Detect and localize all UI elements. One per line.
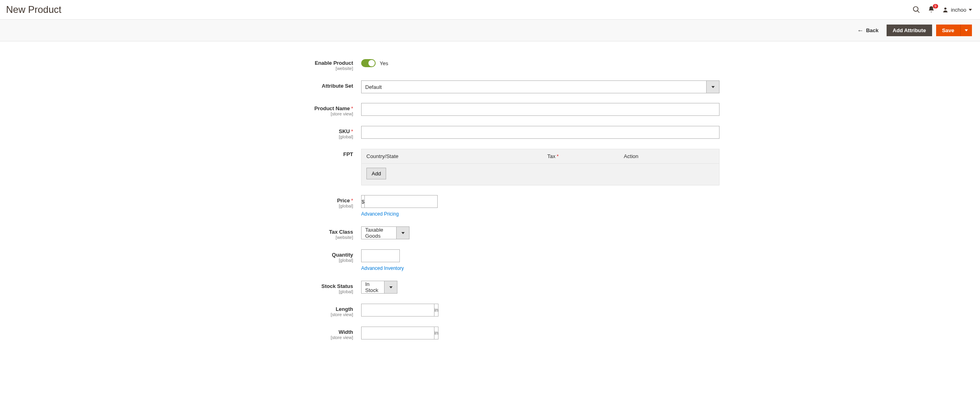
product-name-scope: [store view] [261,111,353,116]
enable-product-label: Enable Product [315,60,353,66]
tax-class-scope: [website] [261,235,353,240]
stock-status-scope: [global] [261,289,353,294]
width-input[interactable] [361,327,434,339]
notifications-count: 9 [933,4,938,8]
user-menu[interactable]: inchoo [942,6,972,13]
required-mark: * [351,197,353,204]
chevron-down-icon [969,9,972,11]
width-scope: [store view] [261,335,353,340]
svg-point-2 [944,8,946,10]
length-scope: [store view] [261,312,353,317]
save-button-group: Save [936,25,972,36]
attribute-set-value: Default [361,80,707,93]
quantity-input[interactable] [361,249,400,262]
toggle-knob [368,60,375,66]
page-title: New Product [6,4,912,15]
save-dropdown-toggle[interactable] [960,25,972,36]
tax-class-value: Taxable Goods [361,226,397,239]
sku-input[interactable] [361,126,719,139]
attribute-set-toggle[interactable] [707,80,719,93]
required-mark: * [351,128,353,134]
fpt-table: Country/State Tax* Action Add [361,149,719,185]
stock-status-select[interactable]: In Stock [361,281,397,294]
chevron-down-icon [711,86,715,88]
add-attribute-button[interactable]: Add Attribute [887,25,932,36]
fpt-label: FPT [343,151,353,157]
tax-class-label: Tax Class [329,229,353,235]
length-unit: in [434,304,438,317]
arrow-left-icon: ← [857,27,864,34]
attribute-set-select[interactable]: Default [361,80,719,93]
search-icon[interactable] [912,6,920,14]
price-scope: [global] [261,204,353,208]
quantity-scope: [global] [261,258,353,263]
fpt-col-action: Action [624,153,714,159]
notifications-button[interactable]: 9 [928,6,935,14]
user-icon [942,6,949,13]
chevron-down-icon [389,286,393,288]
advanced-inventory-link[interactable]: Advanced Inventory [361,265,404,271]
svg-line-1 [917,11,919,13]
svg-point-0 [913,7,918,12]
price-currency: $ [361,195,364,208]
width-unit: in [434,327,438,339]
product-name-input[interactable] [361,103,719,116]
chevron-down-icon [401,232,405,234]
stock-status-label: Stock Status [321,283,353,289]
fpt-add-button[interactable]: Add [366,168,386,179]
advanced-pricing-link[interactable]: Advanced Pricing [361,211,399,217]
chevron-down-icon [965,29,968,31]
length-label: Length [336,306,353,312]
save-button[interactable]: Save [936,25,960,36]
required-mark: * [557,153,559,159]
width-label: Width [339,329,353,335]
stock-status-value: In Stock [361,281,385,294]
sku-scope: [global] [261,134,353,139]
stock-status-toggle[interactable] [385,281,397,294]
enable-product-scope: [website] [261,66,353,71]
required-mark: * [351,105,353,111]
product-name-label: Product Name [314,105,350,111]
price-label: Price [337,197,350,204]
enable-product-value: Yes [380,60,388,66]
fpt-col-tax: Tax* [547,153,624,159]
back-label: Back [866,27,879,33]
back-button[interactable]: ← Back [857,27,879,34]
attribute-set-label: Attribute Set [322,83,353,89]
length-input[interactable] [361,304,434,317]
tax-class-toggle[interactable] [397,226,409,239]
fpt-col-country: Country/State [366,153,547,159]
price-input[interactable] [364,195,438,208]
enable-product-toggle[interactable] [361,59,376,67]
username: inchoo [951,7,966,13]
sku-label: SKU [339,128,349,134]
quantity-label: Quantity [332,252,353,258]
tax-class-select[interactable]: Taxable Goods [361,226,409,239]
